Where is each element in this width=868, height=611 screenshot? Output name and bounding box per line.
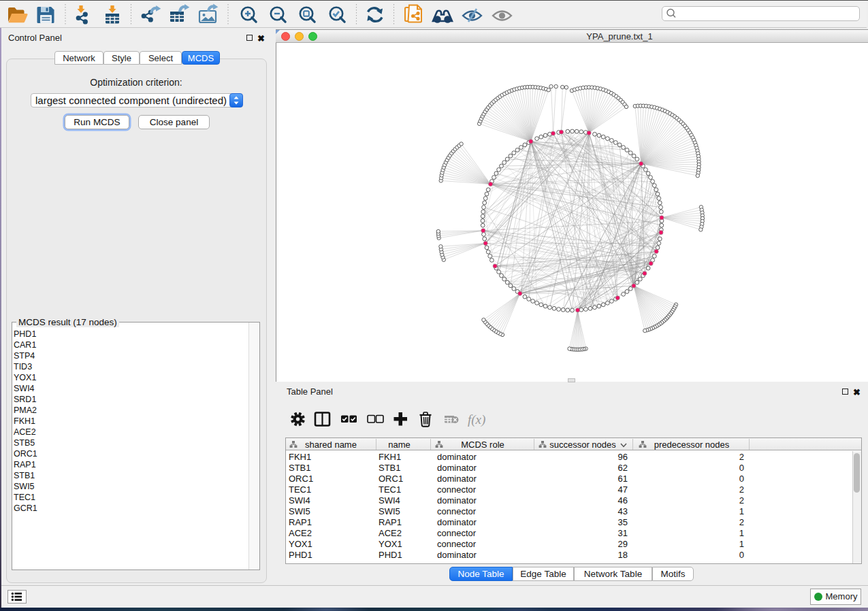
svg-text:f(x): f(x): [468, 412, 485, 427]
